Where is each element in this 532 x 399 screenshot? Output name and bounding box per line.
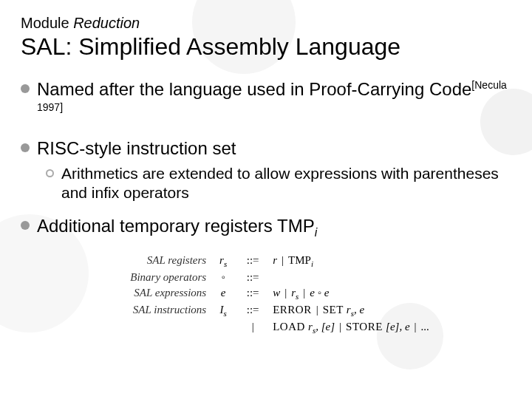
sub-bullet-text: Arithmetics are extended to allow expres…: [61, 164, 511, 203]
bullet-item: RISC-style instruction set: [21, 137, 511, 160]
grammar-label: SAL expressions: [103, 287, 206, 301]
grammar-op: ::=: [240, 287, 265, 301]
sym-sub: s: [224, 259, 227, 268]
bullet-text: Named after the language used in Proof-C…: [37, 78, 511, 123]
module-name: Reduction: [73, 15, 140, 31]
sub-bullet-item: Arithmetics are extended to allow expres…: [46, 164, 511, 203]
rhs-part: , [e]: [316, 321, 335, 332]
grammar-op: ::=: [240, 271, 265, 284]
pipe-icon: |: [277, 254, 288, 266]
bullet-text: RISC-style instruction set: [37, 137, 236, 160]
grammar-rhs: w|rs|e ◦ e: [273, 287, 429, 301]
pipe-icon: |: [280, 287, 291, 299]
rhs-part: SET: [323, 304, 347, 316]
grammar-op: ::=: [240, 304, 265, 318]
bullet-dot-icon: [21, 221, 30, 230]
grammar-rhs: LOAD rs, [e]|STORE [e], e|...: [273, 321, 429, 335]
grammar-symbol: rs: [214, 254, 233, 268]
slide-title: SAL: Simplified Assembly Language: [21, 33, 511, 61]
bullet-item: Named after the language used in Proof-C…: [21, 78, 511, 123]
bullet-body: Named after the language used in Proof-C…: [37, 79, 471, 99]
grammar-op: ::=: [240, 254, 265, 268]
grammar-label: SAL instructions: [103, 304, 206, 318]
grammar-symbol: [214, 321, 233, 335]
bullet-dot-icon: [21, 84, 30, 93]
rhs-part: ERROR: [273, 304, 312, 316]
bullet-text: Additional temporary registers TMPi: [37, 215, 317, 240]
sym-sub: s: [224, 309, 227, 318]
pipe-icon: |: [312, 304, 323, 316]
grammar-symbol: ◦: [214, 271, 233, 284]
rhs-part: w: [273, 287, 280, 299]
grammar-table: SAL registers rs ::= r|TMPi Binary opera…: [21, 254, 511, 335]
grammar-label: [103, 321, 206, 335]
grammar-rhs: r|TMPi: [273, 254, 429, 268]
rhs-part: ...: [421, 321, 429, 332]
rhs-part: [e], e: [386, 321, 410, 332]
pipe-icon: |: [335, 321, 346, 332]
grammar-symbol: Is: [214, 304, 233, 318]
pipe-icon: |: [410, 321, 421, 332]
bullet-item: Additional temporary registers TMPi: [21, 215, 511, 240]
sub-bullet-ring-icon: [46, 169, 54, 177]
bullet-dot-icon: [21, 143, 30, 152]
grammar-label: Binary operators: [103, 271, 206, 284]
module-line: Module Reduction: [21, 15, 511, 32]
subscript: i: [315, 225, 318, 238]
module-prefix: Module: [21, 15, 73, 31]
rhs-part: TMP: [288, 254, 311, 266]
grammar-rhs: [273, 271, 429, 284]
rhs-part: LOAD: [273, 321, 308, 332]
bullet-body: Additional temporary registers TMP: [37, 216, 315, 236]
grammar-op: |: [240, 321, 265, 335]
grammar-symbol: e: [214, 287, 233, 301]
grammar-label: SAL registers: [103, 254, 206, 268]
rhs-part: e ◦ e: [310, 287, 329, 299]
rhs-sub: i: [311, 259, 313, 268]
rhs-part: STORE: [346, 321, 386, 332]
pipe-icon: |: [299, 287, 310, 299]
grammar-rhs: ERROR|SET rs, e: [273, 304, 429, 318]
rhs-part: , e: [354, 304, 364, 316]
